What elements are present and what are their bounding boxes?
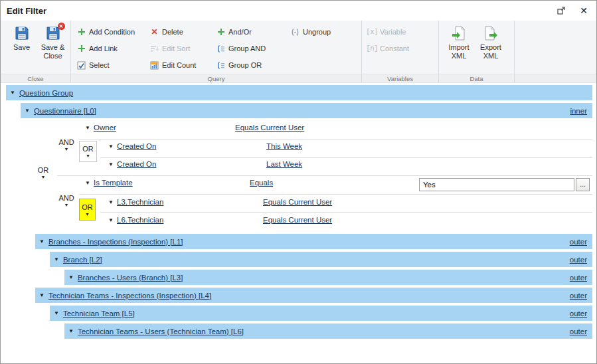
import-xml-label-2: XML: [452, 52, 467, 60]
condition-operator-link[interactable]: This Week: [266, 142, 302, 150]
add-condition-label: Add Condition: [89, 28, 135, 36]
condition-field-link[interactable]: Owner: [94, 124, 116, 132]
sort-icon: [150, 45, 159, 53]
condition-triangle-icon[interactable]: ▼: [108, 144, 114, 149]
operator-label: OR: [82, 145, 94, 153]
condition-operator-link[interactable]: Last Week: [266, 160, 302, 168]
condition-field-link[interactable]: Is Template: [94, 179, 133, 187]
condition-triangle-icon[interactable]: ▼: [108, 218, 114, 223]
join-type-link[interactable]: outer: [570, 274, 587, 282]
edit-count-label: Edit Count: [162, 61, 196, 69]
ungroup-label: Ungroup: [303, 28, 331, 36]
tree-row-label[interactable]: Questionnaire [L0]: [34, 107, 96, 115]
join-type-link[interactable]: outer: [570, 327, 587, 335]
join-type-link[interactable]: outer: [570, 256, 587, 264]
import-xml-button[interactable]: Import XML: [443, 23, 475, 62]
tree-row-label[interactable]: Technician Teams - Inspections (Inspecti…: [48, 292, 211, 300]
save-label: Save: [13, 43, 30, 52]
ungroup-button[interactable]: Ungroup: [287, 25, 359, 39]
tree-row-l6: ▼ Technician Teams - Users (Technician T…: [64, 323, 592, 339]
constant-icon: [n]: [368, 45, 377, 53]
condition-triangle-icon[interactable]: ▼: [108, 162, 114, 167]
select-label: Select: [89, 61, 110, 69]
tree-row-l3: ▼ Branches - Users (Branch) [L3] outer: [64, 270, 592, 285]
collapse-triangle-icon[interactable]: ▼: [39, 293, 44, 298]
condition-field-link[interactable]: L3.Technician: [117, 198, 163, 206]
tree-row-label[interactable]: Question Group: [19, 89, 73, 97]
tree-row-l2: ▼ Branch [L2] outer: [50, 252, 592, 267]
collapse-triangle-icon[interactable]: ▼: [54, 257, 59, 262]
select-button[interactable]: Select: [73, 58, 146, 72]
ribbon-group-variables: [x] Variable [n] Constant Variables: [362, 21, 439, 82]
grid-line: [79, 139, 592, 139]
and-or-label: And/Or: [228, 28, 252, 36]
tree-row-label[interactable]: Technician Teams - Users (Technician Tea…: [78, 327, 244, 335]
ellipsis-button[interactable]: ...: [576, 178, 590, 191]
condition-operator-link[interactable]: Equals: [250, 179, 273, 187]
condition-triangle-icon[interactable]: ▼: [108, 200, 114, 205]
group-or-button[interactable]: Group OR: [213, 58, 287, 72]
and-operator-2[interactable]: AND ▼: [56, 194, 76, 207]
and-operator-1[interactable]: AND ▼: [56, 138, 76, 151]
grid-line: [100, 212, 592, 213]
tree-row-label[interactable]: Branches - Inspections (Inspection) [L1]: [48, 238, 183, 246]
save-button[interactable]: Save: [6, 23, 37, 54]
operator-label: OR: [82, 203, 93, 211]
edit-filter-dialog: Edit Filter ✕ Save ✕: [0, 0, 597, 364]
save-and-close-button[interactable]: ✕ Save & Close: [37, 23, 68, 62]
close-icon[interactable]: ✕: [578, 5, 590, 17]
or-operator-1[interactable]: OR ▼: [79, 141, 97, 162]
collapse-triangle-icon[interactable]: ▼: [39, 239, 44, 244]
condition-field-link[interactable]: L6.Technician: [117, 216, 163, 224]
condition-operator-link[interactable]: Equals Current User: [263, 198, 332, 206]
import-xml-label-1: Import: [448, 43, 469, 52]
condition-field-link[interactable]: Created On: [117, 142, 156, 150]
condition-value-input[interactable]: [419, 178, 574, 191]
add-condition-button[interactable]: Add Condition: [73, 25, 146, 39]
group-bracket-icon: [216, 61, 225, 70]
collapse-triangle-icon[interactable]: ▼: [25, 108, 30, 114]
export-xml-button[interactable]: Export XML: [475, 23, 507, 62]
operator-label: AND: [58, 194, 74, 202]
condition-triangle-icon[interactable]: ▼: [85, 126, 90, 131]
group-and-button[interactable]: Group AND: [213, 41, 287, 56]
condition-operator-link[interactable]: Equals Current User: [263, 216, 332, 224]
edit-count-button[interactable]: Edit Count: [146, 58, 213, 72]
condition-operator-link[interactable]: Equals Current User: [235, 124, 304, 132]
group-and-label: Group AND: [228, 45, 266, 52]
collapse-triangle-icon[interactable]: ▼: [68, 275, 74, 280]
save-close-floppy-icon: ✕: [45, 25, 61, 41]
join-type-link[interactable]: outer: [570, 310, 587, 318]
condition-triangle-icon[interactable]: ▼: [85, 181, 90, 186]
grid-line: [57, 175, 592, 176]
plus-icon: [77, 45, 86, 53]
collapse-triangle-icon[interactable]: ▼: [10, 90, 15, 96]
delete-label: Delete: [162, 28, 183, 36]
tree-row-label[interactable]: Branches - Users (Branch) [L3]: [78, 274, 183, 282]
or-operator-2-highlighted[interactable]: OR ▼: [79, 199, 96, 221]
join-type-link[interactable]: inner: [570, 107, 587, 115]
filter-tree: ▼ Question Group ▼ Questionnaire [L0] in…: [1, 83, 596, 363]
condition-field-link[interactable]: Created On: [117, 160, 156, 168]
collapse-triangle-icon[interactable]: ▼: [54, 311, 59, 316]
ungroup-icon: [291, 28, 299, 37]
tree-row-label[interactable]: Branch [L2]: [63, 256, 102, 264]
delete-button[interactable]: ✕ Delete: [146, 25, 213, 39]
tree-row-label[interactable]: Technician Team [L5]: [63, 310, 135, 318]
add-link-button[interactable]: Add Link: [73, 41, 146, 56]
dropdown-triangle-icon: ▼: [85, 212, 90, 217]
dropdown-triangle-icon: ▼: [64, 147, 69, 151]
variable-label: Variable: [380, 28, 406, 36]
dropdown-triangle-icon: ▼: [86, 153, 90, 158]
maximize-icon[interactable]: [555, 5, 567, 17]
join-type-link[interactable]: outer: [570, 292, 587, 300]
outer-or-operator[interactable]: OR ▼: [35, 166, 52, 179]
condition-area: OR ▼ AND ▼ OR ▼ AND ▼ OR ▼ ▼ Owner Equa: [1, 121, 596, 231]
save-floppy-icon: [14, 25, 30, 41]
and-or-button[interactable]: And/Or: [213, 25, 287, 39]
collapse-triangle-icon[interactable]: ▼: [68, 329, 74, 334]
add-link-label: Add Link: [89, 45, 118, 52]
count-grid-icon: [150, 61, 159, 70]
join-type-link[interactable]: outer: [570, 238, 587, 246]
grid-line: [79, 194, 592, 195]
